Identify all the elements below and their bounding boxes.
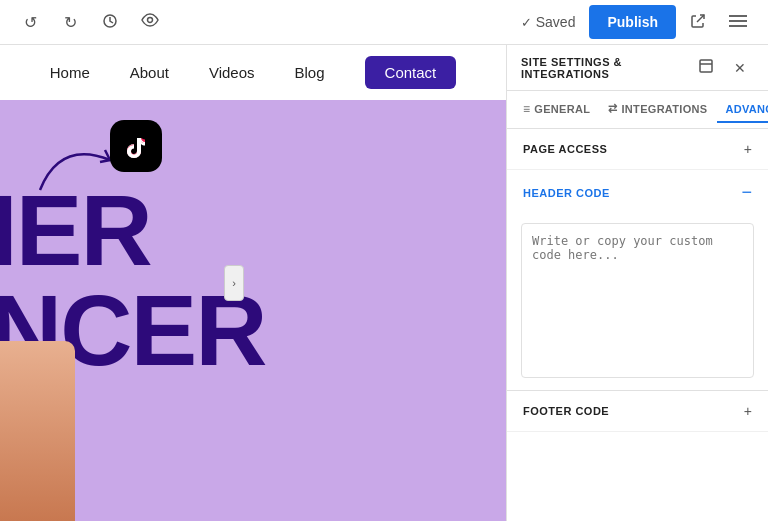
svg-rect-7 xyxy=(700,60,712,72)
tab-integrations-label: INTEGRATIONS xyxy=(622,103,708,115)
nav-videos[interactable]: Videos xyxy=(209,64,255,81)
menu-button[interactable] xyxy=(720,4,756,40)
chevron-right-icon: › xyxy=(232,277,236,289)
toolbar: ↺ ↻ ✓ Saved Publish xyxy=(0,0,768,45)
tab-general-label: GENERAL xyxy=(534,103,590,115)
redo-icon: ↻ xyxy=(64,13,77,32)
tab-advanced-label: ADVANCED xyxy=(725,103,768,115)
panel-title: SITE SETTINGS & INTEGRATIONS xyxy=(521,56,692,80)
right-panel: SITE SETTINGS & INTEGRATIONS ✕ xyxy=(506,45,768,521)
page-access-expand-icon: + xyxy=(744,141,752,157)
tiktok-icon xyxy=(110,120,162,172)
saved-status: ✓ Saved xyxy=(511,14,586,30)
publish-button[interactable]: Publish xyxy=(589,5,676,39)
header-code-label: HEADER CODE xyxy=(523,187,610,199)
history-icon xyxy=(102,13,118,32)
header-code-area xyxy=(507,215,768,391)
close-icon: ✕ xyxy=(734,60,746,76)
preview-button[interactable] xyxy=(132,4,168,40)
nav-about[interactable]: About xyxy=(130,64,169,81)
panel-minimize-button[interactable] xyxy=(692,54,720,82)
page-access-label: PAGE ACCESS xyxy=(523,143,607,155)
collapse-panel-button[interactable]: › xyxy=(224,265,244,301)
external-link-icon xyxy=(690,13,706,32)
hamburger-icon xyxy=(729,12,747,33)
page-access-section[interactable]: PAGE ACCESS + xyxy=(507,129,768,170)
minimize-icon xyxy=(699,59,713,76)
external-link-button[interactable] xyxy=(680,4,716,40)
check-icon: ✓ xyxy=(521,15,532,30)
header-code-input[interactable] xyxy=(521,223,754,378)
nav-home[interactable]: Home xyxy=(50,64,90,81)
tab-advanced[interactable]: ADVANCED xyxy=(717,97,768,123)
history-button[interactable] xyxy=(92,4,128,40)
nav-contact-button[interactable]: Contact xyxy=(365,56,457,89)
footer-code-label: FOOTER CODE xyxy=(523,405,609,417)
undo-button[interactable]: ↺ xyxy=(12,4,48,40)
website-canvas: Home About Videos Blog Contact xyxy=(0,45,506,521)
svg-point-1 xyxy=(148,18,153,23)
canvas-content: IER NCER xyxy=(0,100,506,521)
publish-label: Publish xyxy=(607,14,658,30)
canvas-nav: Home About Videos Blog Contact xyxy=(0,45,506,100)
eye-icon xyxy=(141,13,159,31)
panel-header: SITE SETTINGS & INTEGRATIONS ✕ xyxy=(507,45,768,91)
integrations-icon: ⇄ xyxy=(608,102,617,115)
saved-label: Saved xyxy=(536,14,576,30)
panel-body: PAGE ACCESS + HEADER CODE − FOOTER CODE … xyxy=(507,129,768,521)
svg-line-2 xyxy=(697,15,704,22)
panel-collapse-area: › xyxy=(224,265,244,301)
general-icon: ≡ xyxy=(523,102,530,116)
panel-tabs: ≡ GENERAL ⇄ INTEGRATIONS ADVANCED xyxy=(507,91,768,129)
footer-code-section[interactable]: FOOTER CODE + xyxy=(507,391,768,432)
main-area: Home About Videos Blog Contact xyxy=(0,45,768,521)
redo-button[interactable]: ↻ xyxy=(52,4,88,40)
nav-blog[interactable]: Blog xyxy=(295,64,325,81)
panel-header-icons: ✕ xyxy=(692,54,754,82)
tab-general[interactable]: ≡ GENERAL xyxy=(515,96,598,124)
footer-code-expand-icon: + xyxy=(744,403,752,419)
tab-integrations[interactable]: ⇄ INTEGRATIONS xyxy=(600,96,715,123)
header-code-collapse-icon: − xyxy=(741,182,752,203)
panel-close-button[interactable]: ✕ xyxy=(726,54,754,82)
person-silhouette xyxy=(0,341,75,521)
undo-icon: ↺ xyxy=(24,13,37,32)
header-code-section[interactable]: HEADER CODE − xyxy=(507,170,768,215)
